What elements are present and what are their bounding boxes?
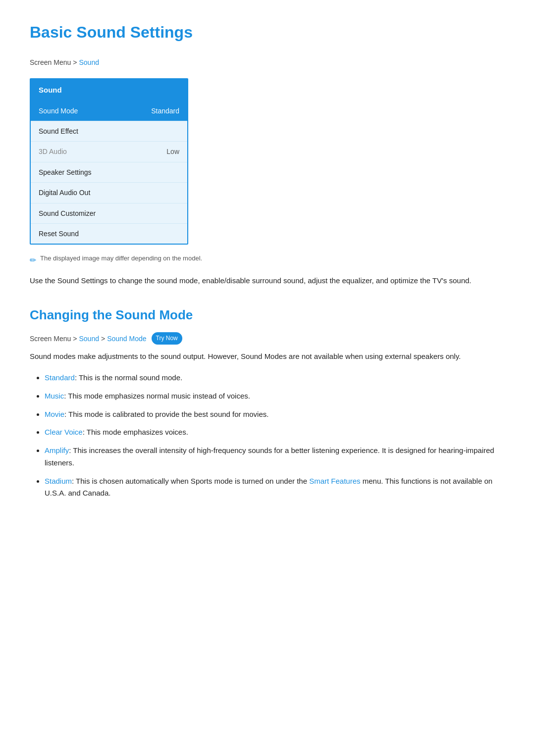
list-item-music: Music: This mode emphasizes normal music… xyxy=(45,390,505,403)
breadcrumb: Screen Menu > Sound xyxy=(30,57,505,68)
bullet-link-standard[interactable]: Standard xyxy=(45,373,75,382)
menu-item-sound-mode[interactable]: Sound Mode Standard xyxy=(31,101,187,121)
menu-item-value-sound-mode: Standard xyxy=(151,105,179,116)
menu-item-label-sound-customizer: Sound Customizer xyxy=(39,208,96,219)
list-item-standard: Standard: This is the normal sound mode. xyxy=(45,372,505,384)
section-breadcrumb-sound-mode[interactable]: Sound Mode xyxy=(107,333,146,344)
try-now-badge[interactable]: Try Now xyxy=(152,332,182,345)
bullet-text-movie: : This mode is calibrated to provide the… xyxy=(64,410,268,418)
list-item-stadium: Stadium: This is chosen automatically wh… xyxy=(45,475,505,500)
menu-item-sound-customizer[interactable]: Sound Customizer xyxy=(31,203,187,224)
bullet-link-movie[interactable]: Movie xyxy=(45,410,64,418)
page-title: Basic Sound Settings xyxy=(30,20,505,45)
menu-title: Sound xyxy=(31,79,187,101)
main-description: Use the Sound Settings to change the sou… xyxy=(30,275,505,287)
list-item-amplify: Amplify: This increases the overall inte… xyxy=(45,445,505,469)
menu-item-value-3d-audio: Low xyxy=(166,146,179,157)
menu-item-speaker-settings[interactable]: Speaker Settings xyxy=(31,162,187,183)
bullet-link-smart-features[interactable]: Smart Features xyxy=(309,477,360,485)
menu-item-label-reset-sound: Reset Sound xyxy=(39,228,79,239)
list-item-clear-voice: Clear Voice: This mode emphasizes voices… xyxy=(45,426,505,439)
breadcrumb-sep: > xyxy=(73,57,77,68)
section-breadcrumb: Screen Menu > Sound > Sound Mode Try Now xyxy=(30,332,505,345)
sound-mode-list: Standard: This is the normal sound mode.… xyxy=(30,372,505,500)
section-breadcrumb-sound[interactable]: Sound xyxy=(79,333,99,344)
bullet-text-clear-voice: : This mode emphasizes voices. xyxy=(83,428,188,436)
menu-items-list: Sound Mode Standard Sound Effect 3D Audi… xyxy=(31,101,187,244)
bullet-text-standard: : This is the normal sound mode. xyxy=(75,373,182,382)
pencil-icon: ✏ xyxy=(30,254,36,267)
menu-item-reset-sound[interactable]: Reset Sound xyxy=(31,224,187,244)
menu-item-label-3d-audio: 3D Audio xyxy=(39,146,67,157)
section-title: Changing the Sound Mode xyxy=(30,305,505,326)
menu-item-label-sound-effect: Sound Effect xyxy=(39,126,78,137)
bullet-link-stadium[interactable]: Stadium xyxy=(45,477,72,485)
section-sep1: > xyxy=(73,333,77,344)
bullet-link-amplify[interactable]: Amplify xyxy=(45,446,69,454)
breadcrumb-sound-link[interactable]: Sound xyxy=(79,57,99,68)
bullet-text-music: : This mode emphasizes normal music inst… xyxy=(64,392,250,400)
bullet-text-stadium-pre: : This is chosen automatically when Spor… xyxy=(72,477,309,485)
breadcrumb-prefix: Screen Menu xyxy=(30,57,71,68)
note-row: ✏ The displayed image may differ dependi… xyxy=(30,253,505,267)
section-breadcrumb-prefix: Screen Menu xyxy=(30,333,71,344)
menu-item-label-sound-mode: Sound Mode xyxy=(39,105,78,116)
section-sep2: > xyxy=(101,333,105,344)
sound-menu-box: Sound Sound Mode Standard Sound Effect 3… xyxy=(30,78,188,245)
bullet-link-clear-voice[interactable]: Clear Voice xyxy=(45,428,83,436)
bullet-link-music[interactable]: Music xyxy=(45,392,64,400)
bullet-text-amplify: : This increases the overall intensity o… xyxy=(45,446,494,467)
note-text: The displayed image may differ depending… xyxy=(40,253,202,264)
menu-item-3d-audio[interactable]: 3D Audio Low xyxy=(31,142,187,162)
section-description: Sound modes make adjustments to the soun… xyxy=(30,351,505,363)
menu-item-label-speaker-settings: Speaker Settings xyxy=(39,167,92,178)
menu-item-label-digital-audio-out: Digital Audio Out xyxy=(39,187,90,198)
menu-item-digital-audio-out[interactable]: Digital Audio Out xyxy=(31,183,187,203)
menu-item-sound-effect[interactable]: Sound Effect xyxy=(31,121,187,142)
list-item-movie: Movie: This mode is calibrated to provid… xyxy=(45,408,505,421)
